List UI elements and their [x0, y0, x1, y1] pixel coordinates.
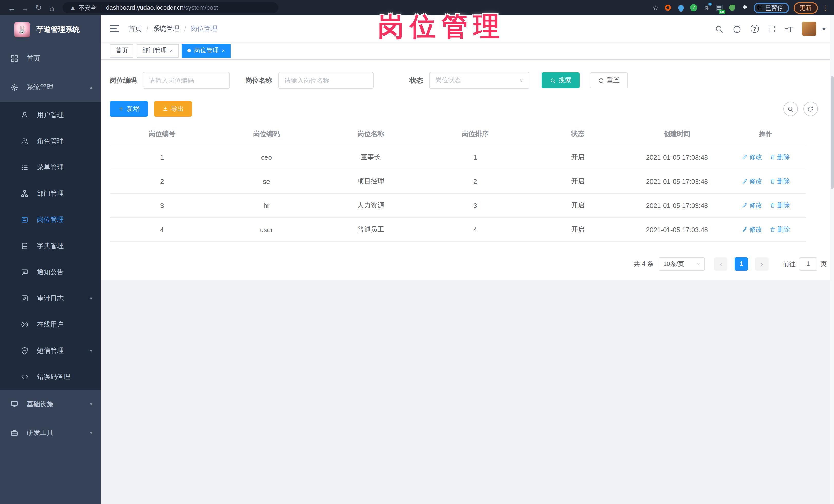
chevron-down-icon: ∨: [697, 262, 700, 266]
tab-home[interactable]: 首页: [110, 44, 133, 57]
status-text: 开启: [527, 225, 629, 234]
close-icon[interactable]: ×: [222, 48, 225, 53]
sms-shield-icon: [21, 346, 29, 355]
page-size-select[interactable]: 10条/页 ∨: [659, 257, 705, 270]
sidebar-item-dept-management[interactable]: 部门管理: [0, 180, 101, 206]
extensions-puzzle-icon[interactable]: [741, 4, 749, 12]
chevron-down-icon: ▼: [89, 431, 93, 435]
hide-search-button[interactable]: [783, 102, 797, 116]
current-page-button[interactable]: 1: [735, 257, 748, 270]
browser-chrome: ← → ↻ ⌂ ▲ 不安全 | dashboard.yudao.iocoder.…: [0, 0, 834, 16]
edit-link[interactable]: 修改: [742, 153, 762, 161]
delete-link[interactable]: 删除: [769, 225, 790, 234]
avatar[interactable]: [802, 22, 816, 36]
extension-pin-icon[interactable]: [677, 4, 685, 12]
page-unit-label: 页: [820, 260, 827, 268]
edit-link[interactable]: 修改: [742, 177, 762, 185]
home-icon[interactable]: ⌂: [45, 3, 59, 12]
extension-check-icon[interactable]: ✓: [690, 4, 698, 12]
export-button[interactable]: 导出: [154, 101, 192, 116]
profile-paused-chip[interactable]: 😄 已暂停: [754, 2, 789, 13]
prev-page-button[interactable]: ‹: [714, 257, 727, 270]
notice-bubble-icon: [21, 268, 29, 276]
delete-link[interactable]: 删除: [769, 177, 790, 185]
app-logo[interactable]: 🐰 芋道管理系统: [0, 16, 101, 44]
post-name-input[interactable]: [278, 72, 374, 89]
sidebar-item-dict-management[interactable]: 字典管理: [0, 233, 101, 259]
post-table: 岗位编号 岗位编码 岗位名称 岗位排序 状态 创建时间 操作 1 ceo 董事长…: [110, 123, 806, 242]
bookmark-star-icon[interactable]: ☆: [651, 4, 659, 12]
extension-ring-icon[interactable]: [664, 4, 672, 12]
browser-update-button[interactable]: 更新: [793, 2, 817, 14]
tab-post-management[interactable]: 岗位管理 ×: [182, 44, 231, 57]
browser-menu-icon[interactable]: ⋮: [822, 4, 829, 12]
status-text: 开启: [527, 177, 629, 186]
error-code-icon: [21, 373, 29, 381]
logo-image: 🐰: [14, 22, 30, 38]
edit-link[interactable]: 修改: [742, 201, 762, 210]
breadcrumb-system[interactable]: 系统管理: [153, 24, 179, 34]
help-icon[interactable]: ?: [751, 25, 759, 33]
status-select[interactable]: 岗位状态 ∨: [429, 72, 529, 89]
dev-tools-icon: [10, 429, 19, 437]
close-icon[interactable]: ×: [170, 48, 173, 53]
forward-icon[interactable]: →: [19, 3, 32, 12]
table-row: 3 hr 人力资源 3 开启 2021-01-05 17:03:48 修改 删除: [110, 194, 806, 218]
extension-sprout-icon[interactable]: [728, 4, 737, 12]
sidebar-item-home[interactable]: 首页: [0, 44, 101, 73]
post-code-input[interactable]: [143, 72, 230, 89]
sidebar-item-post-management[interactable]: 岗位管理: [0, 206, 101, 233]
pagination: 共 4 条 10条/页 ∨ ‹ 1 › 前往 页: [110, 257, 827, 270]
fullscreen-icon[interactable]: [768, 24, 777, 34]
add-button[interactable]: 新增: [110, 101, 148, 116]
sidebar-item-dev-tools[interactable]: 研发工具 ▼: [0, 418, 101, 447]
sidebar-item-audit-log[interactable]: 审计日志 ▼: [0, 285, 101, 311]
reset-button[interactable]: 重置: [590, 72, 628, 88]
table-row: 4 user 普通员工 4 开启 2021-01-05 17:03:48 修改 …: [110, 218, 806, 242]
sidebar-item-infrastructure[interactable]: 基础设施 ▼: [0, 390, 101, 418]
scrollbar-thumb[interactable]: [830, 76, 833, 189]
sidebar-item-user-management[interactable]: 用户管理: [0, 102, 101, 128]
infra-monitor-icon: [10, 400, 19, 408]
search-button[interactable]: 搜索: [542, 72, 579, 88]
extension-sliders-icon[interactable]: ⇅: [703, 4, 711, 12]
sidebar-item-system-management[interactable]: 系统管理 ▲: [0, 73, 101, 102]
breadcrumb-home[interactable]: 首页: [128, 24, 142, 34]
online-signal-icon: [21, 320, 29, 328]
page-scrollbar[interactable]: [830, 16, 834, 504]
edit-link[interactable]: 修改: [742, 225, 762, 234]
hamburger-icon[interactable]: [110, 25, 119, 32]
sidebar-item-sms-management[interactable]: 短信管理 ▼: [0, 337, 101, 364]
extension-list-icon[interactable]: GIF: [716, 4, 724, 12]
sidebar-item-menu-management[interactable]: 菜单管理: [0, 154, 101, 180]
search-icon[interactable]: [715, 24, 724, 34]
tabs-bar: 首页 部门管理 × 岗位管理 ×: [101, 42, 834, 60]
sidebar-item-role-management[interactable]: 角色管理: [0, 128, 101, 154]
user-icon: [21, 111, 29, 119]
address-bar[interactable]: ▲ 不安全 | dashboard.yudao.iocoder.cn /syst…: [63, 2, 278, 13]
delete-link[interactable]: 删除: [769, 201, 790, 210]
tab-dept-management[interactable]: 部门管理 ×: [136, 44, 179, 57]
paused-label: 已暂停: [766, 4, 783, 12]
header-actions: ? TT: [715, 22, 826, 36]
table-row: 1 ceo 董事长 1 开启 2021-01-05 17:03:48 修改 删除: [110, 145, 806, 170]
main-area: 首页 / 系统管理 / 岗位管理 ?: [101, 16, 834, 504]
url-divider: |: [101, 4, 102, 11]
status-text: 开启: [527, 153, 629, 162]
table-toolbar: 新增 导出: [110, 101, 818, 116]
github-icon[interactable]: [732, 24, 742, 34]
chevron-down-icon: ∨: [519, 78, 523, 83]
post-badge-icon: [21, 215, 29, 224]
refresh-button[interactable]: [803, 102, 817, 116]
sidebar-item-notice[interactable]: 通知公告: [0, 259, 101, 285]
sidebar-item-error-code-management[interactable]: 错误码管理: [0, 364, 101, 390]
sidebar-item-online-users[interactable]: 在线用户: [0, 311, 101, 337]
goto-page-input[interactable]: [799, 257, 817, 270]
post-management-panel: 岗位编码 岗位名称 状态 岗位状态 ∨ 搜索: [101, 60, 834, 280]
font-size-icon[interactable]: TT: [786, 24, 793, 33]
chevron-down-icon[interactable]: [822, 27, 826, 30]
back-icon[interactable]: ←: [5, 3, 19, 12]
reload-icon[interactable]: ↻: [32, 3, 45, 12]
delete-link[interactable]: 删除: [769, 153, 790, 161]
next-page-button[interactable]: ›: [755, 257, 769, 270]
